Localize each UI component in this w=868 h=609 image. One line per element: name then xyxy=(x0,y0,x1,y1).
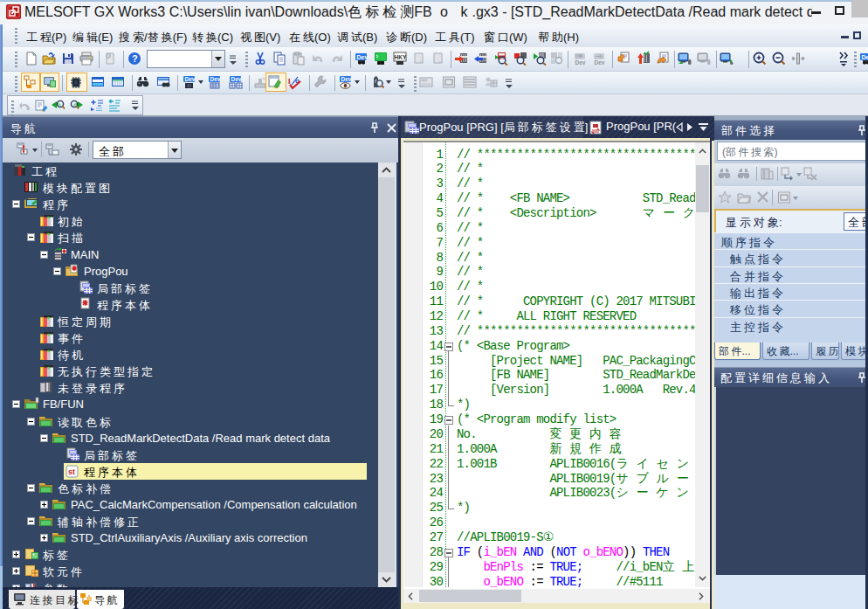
svg-text:HKY: HKY xyxy=(395,54,407,60)
svg-text:Dev: Dev xyxy=(210,76,221,82)
svg-text:?: ? xyxy=(132,53,138,64)
svg-text:Dev: Dev xyxy=(575,59,586,66)
svg-text:Dev: Dev xyxy=(595,59,605,66)
svg-text:Dev: Dev xyxy=(185,76,196,82)
svg-text:Dev: Dev xyxy=(357,54,369,60)
svg-text:Dev: Dev xyxy=(341,76,352,82)
svg-text:I: I xyxy=(288,77,291,86)
svg-text:Dev: Dev xyxy=(231,76,242,82)
svg-text:Dev: Dev xyxy=(862,54,868,60)
svg-text:st: st xyxy=(68,467,75,476)
